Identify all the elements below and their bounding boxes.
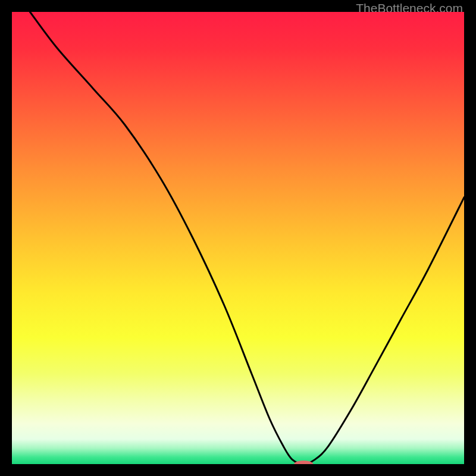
bottleneck-chart	[12, 12, 464, 464]
plot-area	[12, 12, 464, 464]
gradient-background	[12, 12, 464, 464]
chart-frame: TheBottleneck.com	[0, 0, 476, 476]
